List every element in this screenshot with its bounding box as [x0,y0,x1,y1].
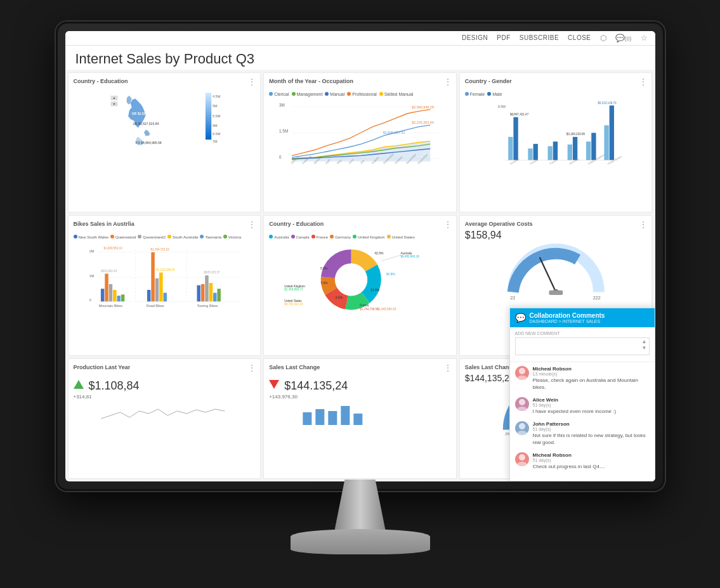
comment-text: Please, check again on Australia and Mou… [533,377,650,391]
fra-amt: $1,744,799.56 [360,308,379,311]
map-chart-svg: 4.5M 5M 5.5M 6M 6.5M 7M [74,87,256,163]
us-amt-left: $9,782,422.34 [284,303,303,306]
subscribe-button[interactable]: SUBSCRIBE [520,34,559,41]
gender-y-axis: 9.5M [497,105,506,108]
map-chart-menu[interactable]: ⋮ [247,77,256,87]
comment-avatar [515,366,529,380]
us-label-left: United States [284,299,302,303]
map-legend-label-3: 5.5M [213,114,221,118]
line-chart-legend: Clerical Management Manual Professional … [269,87,451,98]
y-axis-max: 3M [279,103,285,107]
mb-tas [117,296,120,301]
rb-qld [151,252,154,302]
collaboration-panel: 💬 Collaboration Comments DASHBOARD > INT… [509,308,655,481]
kpi1-title: Production Last Year [74,364,256,370]
comment-body: Micheal Robson 51 day(s) Check out progr… [533,452,605,470]
tb-qld2 [205,275,208,301]
aus-line [381,255,400,261]
legend-clerical: Clerical [269,87,289,98]
line-label-2: $2,225,202.65 [412,121,434,124]
cat-touring: Touring Bikes [197,304,218,308]
monitor-screen: DESIGN PDF SUBSCRIBE CLOSE ⬡ 💬(0) ☆ Inte… [65,31,655,481]
donut-chart-card: Country - Education ⋮ Australia Canada F… [263,215,457,356]
bikes-y-0: 0 [89,298,91,302]
aus-pct: 30.9% [386,273,396,277]
donut-leg-fra: France [311,230,329,241]
tb-vic [217,289,220,301]
design-button[interactable]: DESIGN [462,34,488,41]
comment-body: Alice Wein 51 day(s) I have expected eve… [533,397,617,415]
star-icon[interactable]: ☆ [641,34,648,42]
donut-chart-menu[interactable]: ⋮ [443,219,452,230]
share-icon[interactable]: ⬡ [600,34,606,42]
mb-qld-val: $1,003,552.19 [103,247,122,250]
legend-tas: Tasmania [200,230,221,241]
bikes-chart-card: Bikes Sales in Austrlia ⋮ New South Wale… [68,215,261,356]
aus-amt: $9,482,843.16 [401,255,420,258]
close-button[interactable]: CLOSE [568,34,591,41]
tb-sa [209,283,212,301]
ger-female-bar [567,144,572,160]
fra-pct: 9.6% [336,296,343,299]
fra-female-bar [547,146,552,160]
kpi1-menu[interactable]: ⋮ [247,363,256,373]
tb-tas [213,293,216,302]
svg-point-1 [517,376,527,380]
mb-nsw [100,289,103,301]
gauge1-menu[interactable]: ⋮ [639,219,648,230]
spark-bar-4 [341,406,350,425]
aus-label: Australia [401,252,412,255]
comment-avatar [515,421,529,435]
can-female-bar [528,148,532,160]
donut-legend: Australia Canada France Germany United K… [269,230,451,241]
collab-input[interactable] [515,337,650,355]
scroll-up-button[interactable]: ▲ [642,339,647,344]
comment-body: Micheal Robson 13 minute(s) Please, chec… [533,366,650,391]
kpi2-change-value: +143.976,30 [269,394,298,400]
svg-point-4 [519,423,525,429]
gender-chart-menu[interactable]: ⋮ [639,77,648,87]
comment-time: 13 minute(s) [533,372,650,376]
gauge1-svg: 22 222 [465,244,647,301]
uk-male-bar [591,133,596,160]
map-nav-down-icon: ▼ [112,101,115,105]
ger-pct: 7.6% [320,281,328,285]
comment-icon[interactable]: 💬(0) [615,34,632,42]
gb-label: GB $2,523,512.32 [131,112,158,115]
rb-tas [163,293,166,302]
spark-bar-5 [353,414,362,425]
mb-qld [105,274,108,302]
line-chart-menu[interactable]: ⋮ [443,77,452,87]
ireland-map-shape [144,129,150,136]
gauge1-base [549,291,563,295]
us-pct: 42.5% [374,251,384,255]
gender-legend: Female Male [465,87,647,98]
y-axis-mid: 1.5M [279,129,288,133]
bikes-chart-menu[interactable]: ⋮ [247,219,256,230]
uk-label-left: United Kingdom [284,285,305,288]
pdf-button[interactable]: PDF [497,34,511,41]
comment-text: Not sure if this is related to new strat… [533,433,650,446]
scroll-down-button[interactable]: ▼ [642,345,647,351]
us-female-bar [604,125,608,160]
tb-nsw [197,285,200,302]
aus-female-bar [508,136,513,160]
kpi2-menu[interactable]: ⋮ [443,363,452,373]
line-label-1: $2,560,946.28 [412,105,434,108]
legend-nsw: New South Wales [74,230,108,241]
map-chart-card: Country - Education ⋮ 4.5M [68,72,261,213]
comment-time: 51 day(s) [533,427,650,431]
us-male-val: $9,210,106.70 [598,101,617,104]
monitor-stand-base [291,529,430,554]
kpi2-change: +143.976,30 [269,394,451,400]
kpi1-value: $1.108,84 [89,379,140,393]
aus-male-bar [513,117,518,160]
donut-leg-us: United States [387,230,415,241]
kpi1-card: Production Last Year ⋮ $1.108,84 +314,81 [68,358,261,479]
bikes-chart-title: Bikes Sales in Austrlia [74,221,256,227]
legend-professional: Professional [347,87,377,98]
spark-bar-1 [303,412,311,425]
comment-avatar [515,452,529,466]
map-legend-label-6: 7M [213,139,218,143]
kpi1-change: +314,81 [74,394,256,400]
